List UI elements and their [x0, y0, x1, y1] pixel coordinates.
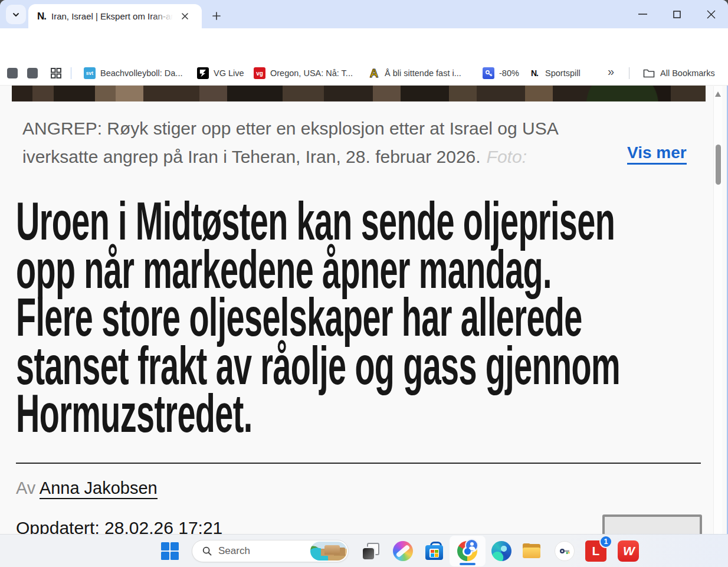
photo-credit: Foto:	[487, 147, 527, 166]
article-headline: Uroen i Midtøsten kan sende oljeprisen o…	[16, 198, 620, 438]
chrome-profile-badge	[465, 539, 478, 552]
tab-title: Iran, Israel | Ekspert om Iran-ang	[51, 11, 176, 21]
clipped-action-button[interactable]	[602, 514, 702, 534]
copilot-icon[interactable]	[393, 541, 413, 561]
bookmark-sportspill[interactable]: N. Sportspill	[529, 61, 581, 85]
bookmarks-separator	[71, 67, 71, 79]
search-label: Search	[218, 545, 250, 557]
tab-close-button[interactable]	[178, 9, 192, 24]
folder-icon	[643, 68, 655, 78]
chrome-active-indicator	[460, 563, 476, 565]
browser-window: N. Iran, Israel | Ekspert om Iran-ang	[0, 0, 728, 534]
password-manager-icon[interactable]	[555, 541, 575, 561]
chevron-down-icon	[12, 11, 20, 19]
scrollbar-up-arrow[interactable]	[715, 91, 721, 97]
file-explorer-icon[interactable]	[522, 541, 542, 561]
chrome-taskbar-button[interactable]	[450, 536, 486, 566]
browser-tab[interactable]: N. Iran, Israel | Ekspert om Iran-ang	[28, 4, 202, 28]
scrollbar[interactable]	[713, 86, 722, 534]
apps-grid-icon	[51, 68, 61, 78]
bookmark-svt[interactable]: svt Beachvolleyboll: Da...	[84, 61, 182, 85]
pinned-square-icon-1[interactable]	[7, 68, 18, 78]
all-bookmarks-button[interactable]: All Bookmarks	[643, 61, 715, 85]
bookmark-oregon[interactable]: vg Oregon, USA: Nå: T...	[254, 61, 353, 85]
titlebar: N. Iran, Israel | Ekspert om Iran-ang	[0, 0, 728, 28]
new-tab-button[interactable]	[208, 7, 225, 25]
edge-icon[interactable]	[491, 541, 511, 561]
bookmarks-separator-2	[629, 67, 629, 79]
updated-timestamp: Oppdatert: 28.02.26 17:21	[16, 518, 222, 534]
show-more-link[interactable]: Vis mer	[627, 143, 687, 165]
vg-live-favicon	[197, 67, 209, 79]
chrome-icon	[457, 541, 477, 561]
pinned-square-icon-2[interactable]	[27, 68, 38, 78]
close-icon	[181, 12, 189, 20]
taskbar-search[interactable]: Search	[192, 540, 349, 562]
key-favicon	[483, 67, 494, 79]
search-icon	[202, 546, 212, 556]
page-content: ANGREP: Røyk stiger opp etter en eksplos…	[0, 86, 728, 534]
byline-divider	[16, 463, 701, 464]
bing-daily-image[interactable]	[310, 542, 347, 561]
tab-favicon-nettavisen: N.	[37, 11, 46, 22]
author-link[interactable]: Anna Jakobsen	[40, 478, 158, 499]
photo-caption: ANGREP: Røyk stiger opp etter en eksplos…	[22, 114, 559, 171]
maximize-icon	[673, 11, 681, 18]
wps-office-icon[interactable]: W	[618, 540, 639, 562]
minimize-icon	[638, 14, 647, 15]
bookmark-discount[interactable]: -80%	[483, 61, 519, 85]
start-button[interactable]	[161, 542, 179, 560]
nettavisen-favicon: N.	[529, 67, 540, 79]
bookmark-sittende-fast[interactable]: A Å bli sittende fast i...	[368, 61, 461, 85]
toolbar: nettavisen.no/okonomi/sjefokonom-om-iran…	[0, 28, 728, 61]
apps-grid-button[interactable]	[51, 68, 61, 81]
bookmarks-bar: svt Beachvolleyboll: Da... VG Live vg Or…	[0, 61, 728, 86]
window-controls	[625, 0, 728, 28]
tab-title-fade	[153, 11, 176, 21]
taskbar: Search L 1 W	[0, 534, 728, 567]
svt-favicon: svt	[84, 67, 96, 79]
a-yellow-favicon: A	[368, 67, 380, 79]
maximize-button[interactable]	[660, 0, 694, 28]
bookmark-vg-live[interactable]: VG Live	[197, 61, 244, 85]
task-view-icon[interactable]	[361, 541, 381, 561]
screen: N. Iran, Israel | Ekspert om Iran-ang	[0, 0, 728, 567]
byline: Av Anna Jakobsen	[16, 478, 158, 498]
vg-red-favicon: vg	[254, 67, 265, 79]
close-button[interactable]	[694, 0, 728, 28]
l-app-icon[interactable]: L 1	[585, 540, 606, 562]
minimize-button[interactable]	[625, 0, 660, 28]
plus-icon	[212, 11, 221, 21]
microsoft-store-icon[interactable]	[424, 541, 444, 561]
close-icon	[707, 10, 716, 19]
tab-search-button[interactable]	[6, 5, 26, 24]
notification-badge: 1	[599, 535, 612, 548]
scrollbar-thumb[interactable]	[716, 145, 721, 185]
bookmarks-overflow-chevron[interactable]: »	[608, 65, 614, 78]
article-photo	[12, 86, 706, 101]
